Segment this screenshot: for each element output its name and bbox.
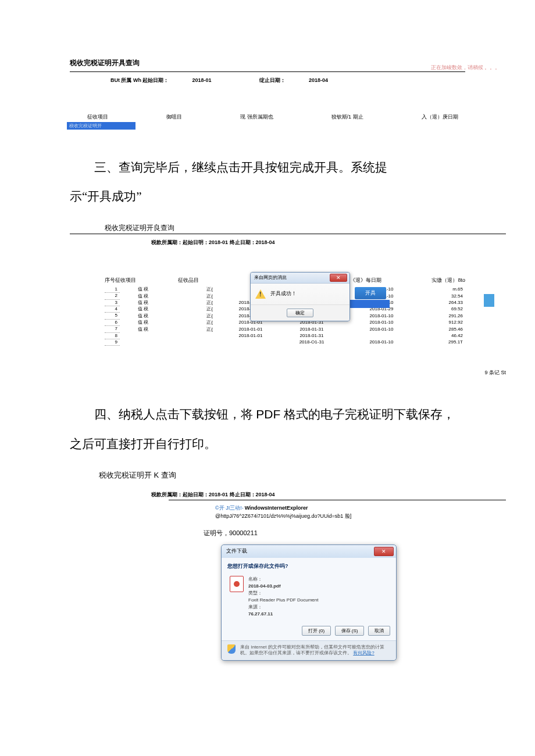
dialog-message: 开具成功！ xyxy=(270,290,297,298)
divider xyxy=(169,500,506,500)
section3-info: ©开 JI三动!-WindowsInternetExplorer @httpJ/… xyxy=(215,504,465,521)
warning-text: 来自 Internet 的文件可能对您有所帮助，但某些文件可能危害您的计算机。如… xyxy=(240,644,390,657)
divider xyxy=(70,71,465,72)
close-icon[interactable]: ✕ xyxy=(374,547,394,556)
section2-dates: 税款所属期：起始日明：2018-01 终止日期：2018-04 xyxy=(151,239,465,246)
shield-icon xyxy=(227,644,236,654)
save-button[interactable]: 保存 (S) xyxy=(335,626,365,636)
cancel-button[interactable]: 取消 xyxy=(368,626,390,636)
file-details: 名称：2018-04-03.pdf 类型：Foxit Reader Plus P… xyxy=(248,576,319,618)
section1-title: 税收完税证明开具查询 xyxy=(70,58,465,68)
table-row: 82018-01-012018-01-3146.42 xyxy=(105,333,518,339)
section2-footer: 9 条记 St xyxy=(70,369,506,377)
ok-button[interactable]: 确定 xyxy=(287,309,313,317)
issue-button[interactable]: 开具 xyxy=(355,287,386,299)
paragraph-3: 三、查询完毕后，继续点击开具按钮完成开具。系统提 示“开具成功” xyxy=(70,153,465,212)
section1-headers: 征收项目 御咀目 现 强所属期也 狡钦斯/1 期止 入（退）庚日期 xyxy=(87,113,465,121)
download-dialog: 文件下载 ✕ 您想打开或保存此文件吗? 名称：2018-04-03.pdf 类型… xyxy=(221,544,397,661)
dialog-title: 来自网页的消息 xyxy=(254,274,287,281)
blue-bar: 税收完税证明开 xyxy=(67,122,135,130)
open-button[interactable]: 打开 (0) xyxy=(302,626,331,636)
close-icon[interactable]: ✕ xyxy=(330,274,347,282)
section3-dates: 税款所属期：起始日期：2018-01 终止日期：2018-04 xyxy=(151,491,465,499)
paragraph-4: 四、纳税人点击下载按钮，将 PDF 格式的电子完税证明下载保存，之后可直接打开自… xyxy=(70,400,465,458)
section3-title: 税收完税证明开 K 查询 xyxy=(99,470,465,481)
dialog-question: 您想打开或保存此文件吗? xyxy=(222,558,396,574)
risk-link[interactable]: 有何风险? xyxy=(353,650,374,655)
divider xyxy=(70,234,506,234)
table-row: 7值 税正{2018-01-012018-01-312018-01-10285.… xyxy=(105,326,518,332)
section1-dates: BUt 所属 Wh 起始日期：2018-01 绽止日期：2018-04 xyxy=(110,77,465,84)
certificate-number: 证明号，90000211 xyxy=(204,529,465,538)
section2-title: 税收完税证明开良查询 xyxy=(105,223,465,233)
dialog-title: 文件下载 xyxy=(226,547,247,555)
blue-square-icon xyxy=(484,294,494,307)
pdf-icon xyxy=(230,576,244,592)
success-dialog: 来自网页的消息 ✕ 开具成功！ 确定 xyxy=(250,272,350,321)
warning-icon xyxy=(255,289,266,299)
loading-text: 正在加峻数敛，诮稍候 。。。 xyxy=(431,64,500,71)
table-row: 92018-O1-312018-01-10295.1T xyxy=(105,339,518,346)
